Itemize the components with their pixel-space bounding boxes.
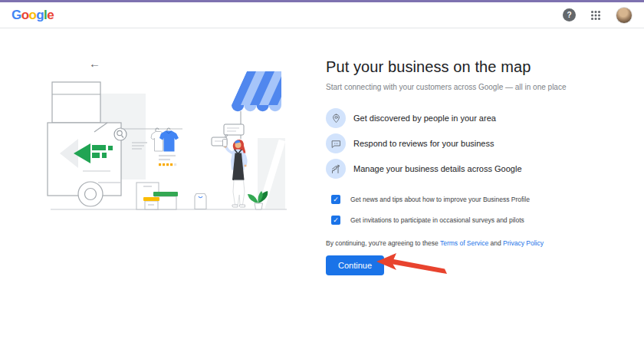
apps-grid-button[interactable] <box>590 10 601 21</box>
onboarding-panel: Put your business on the map Start conne… <box>326 58 632 275</box>
feature-item-discover: Get discovered by people in your area <box>326 108 632 128</box>
terms-of-service-link[interactable]: Terms of Service <box>440 239 488 247</box>
growth-chart-icon <box>326 159 346 179</box>
onboarding-illustration <box>46 65 291 215</box>
checkbox-label: Get news and tips about how to improve y… <box>350 196 530 203</box>
terms-and: and <box>488 239 503 247</box>
google-logo[interactable]: Google <box>12 8 54 23</box>
app-header: Google ? <box>0 2 644 28</box>
feature-label: Respond to reviews for your business <box>353 139 494 148</box>
news-tips-option: ✓ Get news and tips about how to improve… <box>331 195 632 204</box>
privacy-policy-link[interactable]: Privacy Policy <box>503 239 544 247</box>
logo-letter: o <box>28 8 36 22</box>
surveys-pilots-option: ✓ Get invitations to participate in occa… <box>331 216 632 225</box>
logo-letter: e <box>47 8 54 22</box>
checkbox-news-tips[interactable]: ✓ <box>331 195 340 204</box>
help-button[interactable]: ? <box>563 8 576 21</box>
reviews-bubble-icon <box>326 133 346 153</box>
shopping-bag <box>195 194 206 209</box>
checkmark-icon: ✓ <box>333 216 339 224</box>
logo-letter: g <box>36 8 44 22</box>
magnifier-icon <box>114 128 127 140</box>
checkbox-label: Get invitations to participate in occasi… <box>350 216 524 224</box>
options-list: ✓ Get news and tips about how to improve… <box>326 195 632 225</box>
account-avatar[interactable] <box>616 7 632 24</box>
feature-label: Get discovered by people in your area <box>353 114 496 123</box>
rating-stars <box>159 156 176 166</box>
feature-item-reviews: Respond to reviews for your business <box>326 133 632 153</box>
feature-label: Manage your business details across Goog… <box>353 164 522 173</box>
page-subtitle: Start connecting with your customers acr… <box>326 83 632 91</box>
shop-owner <box>223 140 247 208</box>
logo-letter: G <box>12 8 21 22</box>
annotation-arrow-icon <box>375 252 448 276</box>
terms-text: By continuing, you're agreeing to these … <box>326 239 632 247</box>
checkmark-icon: ✓ <box>333 196 339 203</box>
terms-prefix: By continuing, you're agreeing to these <box>326 239 440 247</box>
package-boxes <box>136 183 178 209</box>
page-title: Put your business on the map <box>326 58 632 76</box>
feature-item-manage: Manage your business details across Goog… <box>326 159 632 179</box>
checkbox-surveys[interactable]: ✓ <box>331 216 340 225</box>
feature-list: Get discovered by people in your area Re… <box>326 108 632 179</box>
logo-letter: o <box>21 8 29 22</box>
location-pin-icon <box>326 108 346 128</box>
header-actions: ? <box>563 7 632 24</box>
question-mark-icon: ? <box>567 11 571 19</box>
